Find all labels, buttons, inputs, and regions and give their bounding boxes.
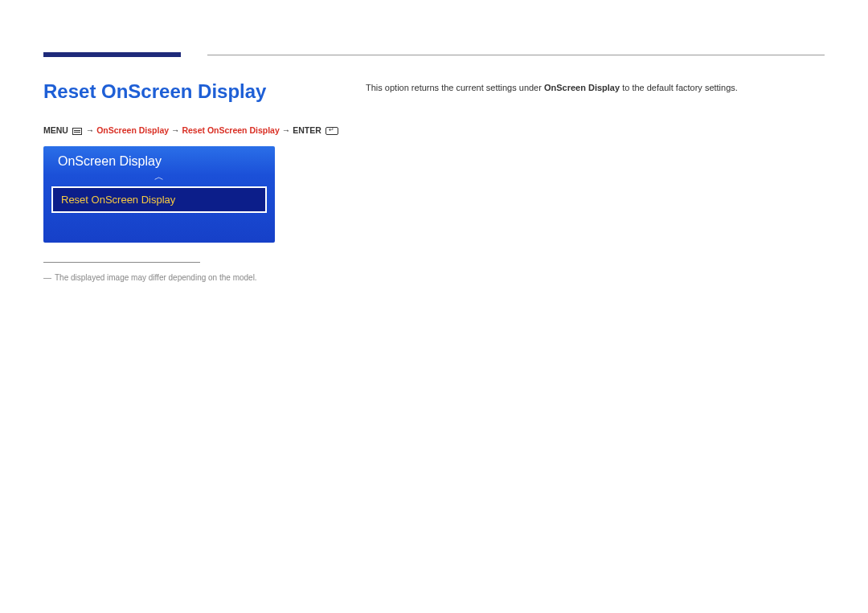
breadcrumb-arrow-1: → [86,125,96,135]
page-title: Reset OnScreen Display [43,80,266,103]
enter-icon [326,127,338,135]
description-text: This option returns the current settings… [366,83,738,92]
osd-panel: OnScreen Display ︿ Reset OnScreen Displa… [43,146,275,243]
footnote: ―The displayed image may differ dependin… [43,273,257,282]
breadcrumb-item-1: OnScreen Display [96,125,169,135]
osd-selected-item[interactable]: Reset OnScreen Display [51,186,267,213]
breadcrumb-arrow-3: → [282,125,293,135]
footnote-divider [43,262,200,263]
horizontal-rule [207,55,825,55]
chevron-up-icon[interactable]: ︿ [43,172,275,185]
menu-icon [72,128,82,135]
description-bold: OnScreen Display [544,83,620,92]
osd-panel-title: OnScreen Display [43,146,275,172]
breadcrumb-enter: ENTER [293,125,321,135]
breadcrumb-item-2: Reset OnScreen Display [182,125,279,135]
accent-bar [43,52,181,57]
description-suffix: to the default factory settings. [620,83,738,92]
description-prefix: This option returns the current settings… [366,83,544,92]
breadcrumb-arrow-2: → [171,125,182,135]
breadcrumb-menu: MENU [43,125,68,135]
footnote-text: The displayed image may differ depending… [55,273,257,282]
breadcrumb: MENU → OnScreen Display → Reset OnScreen… [43,125,338,135]
footnote-dash: ― [43,273,51,282]
